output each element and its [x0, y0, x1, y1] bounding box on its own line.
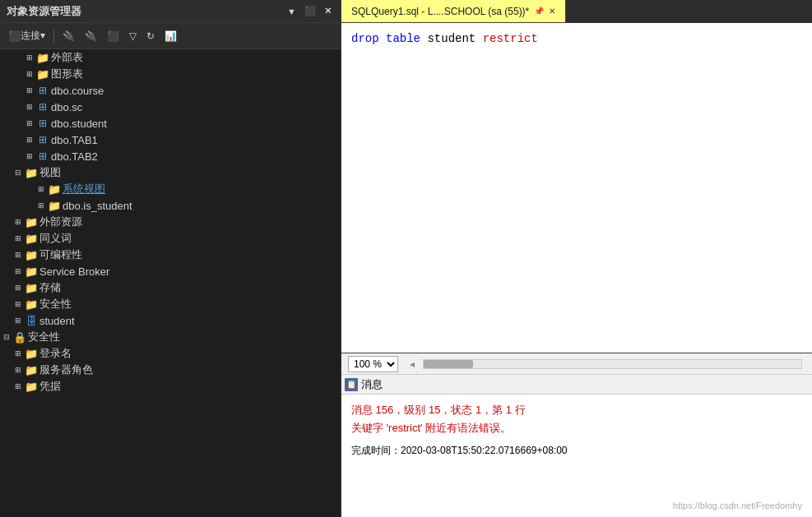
table-icon: ⊞ [36, 117, 49, 130]
tree-item-cun-chu[interactable]: ⊞ 📁 存储 [0, 279, 341, 296]
activity-button[interactable]: 📊 [161, 29, 180, 44]
connect-button[interactable]: ⬛ 连接▾ [5, 27, 49, 44]
tree-toggle[interactable]: ⊞ [23, 67, 36, 81]
folder-icon: 📁 [25, 215, 38, 228]
tree-toggle[interactable]: ⊞ [35, 199, 48, 212]
tab-close-icon[interactable]: ✕ [549, 7, 555, 16]
tree-toggle[interactable]: ⊞ [12, 314, 25, 327]
tree-item-dbo-course[interactable]: ⊞ ⊞ dbo.course [0, 82, 341, 99]
tree-item-dbo-tab1[interactable]: ⊞ ⊞ dbo.TAB1 [0, 132, 341, 148]
tree-item-wai-bu-biao[interactable]: ⊞ 📁 外部表 [0, 49, 341, 66]
tree-item-fu-wu-qi-jue-se[interactable]: ⊞ 📁 服务器角色 [0, 362, 341, 378]
tree-item-tu-xing-biao[interactable]: ⊞ 📁 图形表 [0, 66, 341, 82]
tree-toggle[interactable]: ⊞ [23, 84, 36, 97]
tree-label: 外部资源 [39, 215, 82, 229]
zoom-bar: 100 % 75 % 125 % 150 % ◂ [341, 353, 812, 375]
table-icon: ⊞ [36, 84, 49, 97]
folder-icon: 📁 [25, 380, 38, 393]
tree-toggle[interactable]: ⊞ [12, 281, 25, 294]
refresh-icon: ↻ [146, 30, 155, 42]
error-line-1: 消息 156，级别 15，状态 1，第 1 行 [351, 401, 802, 419]
query-editor[interactable]: drop table student restrict [341, 23, 812, 353]
tree-label: dbo.student [51, 118, 107, 130]
tree-item-tong-yi-ci[interactable]: ⊞ 📁 同义词 [0, 230, 341, 247]
plug-icon: 🔌 [63, 30, 75, 42]
tree-label: 凭据 [39, 379, 61, 394]
tree-item-dbo-sc[interactable]: ⊞ ⊞ dbo.sc [0, 99, 341, 115]
folder-icon: 📁 [25, 347, 38, 360]
message-tab-icon: 📋 [345, 378, 358, 391]
tree-toggle[interactable]: ⊞ [12, 232, 25, 245]
tree-toggle[interactable]: ⊞ [12, 248, 25, 261]
panel-title: 对象资源管理器 [7, 4, 81, 19]
completion-time: 完成时间：2020-03-08T15:50:22.0716669+08:00 [351, 444, 802, 458]
tree-item-an-quan-xing[interactable]: ⊞ 📁 安全性 [0, 296, 341, 312]
tree-label: 外部表 [51, 50, 83, 65]
close-icon[interactable]: ✕ [322, 5, 334, 17]
message-tab-bar: 📋 消息 [341, 375, 812, 395]
tree-label: dbo.TAB2 [51, 150, 98, 163]
message-tab-label[interactable]: 消息 [361, 377, 383, 392]
tree-toggle[interactable]: ⊞ [35, 182, 48, 196]
folder-icon: 📁 [36, 67, 49, 81]
folder-icon: 📁 [25, 265, 38, 278]
tree-label: 登录名 [39, 346, 72, 361]
tree-toggle[interactable]: ⊞ [12, 215, 25, 228]
tree-label: 可编程性 [39, 247, 82, 262]
tree-toggle[interactable]: ⊞ [23, 133, 36, 146]
horizontal-scrollbar[interactable] [423, 359, 802, 369]
tree-item-shi-tu[interactable]: ⊟ 📁 视图 [0, 164, 341, 181]
tree-label: dbo.sc [51, 101, 82, 113]
tree-item-xi-tong-shi-tu[interactable]: ⊞ 📁 系统视图 [0, 181, 341, 197]
keyword-drop: drop [351, 30, 379, 48]
tree-item-ke-bian-cheng[interactable]: ⊞ 📁 可编程性 [0, 247, 341, 263]
tree-label: 存储 [39, 280, 61, 295]
tree-toggle[interactable]: ⊞ [12, 363, 25, 376]
tree-item-an-quan-xing2[interactable]: ⊟ 🔒 安全性 [0, 329, 341, 345]
pin-icon[interactable]: 📌 [534, 7, 544, 16]
space [476, 30, 482, 48]
tree-item-wai-bu-zi-yuan[interactable]: ⊞ 📁 外部资源 [0, 214, 341, 230]
scroll-right-icon[interactable]: ◂ [410, 358, 415, 370]
main-layout: 对象资源管理器 ▼ ⬛ ✕ ⬛ 连接▾ 🔌 🔌 ⬛ ▽ [0, 0, 812, 517]
tree-toggle[interactable]: ⊞ [23, 117, 36, 130]
new-query-button[interactable]: 🔌 [59, 29, 78, 44]
tree-item-student-db[interactable]: ⊞ 🗄 student [0, 312, 341, 329]
tree-label: dbo.TAB1 [51, 134, 98, 146]
connect-icon: ⬛ [8, 30, 21, 42]
tree-toggle[interactable]: ⊞ [23, 150, 36, 163]
tree-item-deng-lu-ming[interactable]: ⊞ 📁 登录名 [0, 345, 341, 362]
left-panel: 对象资源管理器 ▼ ⬛ ✕ ⬛ 连接▾ 🔌 🔌 ⬛ ▽ [0, 0, 341, 517]
tree-item-ping-ju[interactable]: ⊞ 📁 凭据 [0, 378, 341, 395]
object-explorer-tree[interactable]: ⊞ 📁 外部表 ⊞ 📁 图形表 ⊞ ⊞ dbo.course ⊞ ⊞ dbo [0, 49, 341, 517]
tree-toggle[interactable]: ⊞ [23, 51, 36, 64]
tree-item-dbo-is-student[interactable]: ⊞ 📁 dbo.is_student [0, 197, 341, 214]
tree-toggle[interactable]: ⊞ [12, 380, 25, 393]
tree-toggle[interactable]: ⊞ [12, 347, 25, 360]
query-tab-bar: SQLQuery1.sql - L....SCHOOL (sa (55))* 📌… [341, 0, 812, 23]
tree-item-dbo-tab2[interactable]: ⊞ ⊞ dbo.TAB2 [0, 148, 341, 164]
tree-item-service-broker[interactable]: ⊞ 📁 Service Broker [0, 263, 341, 279]
horizontal-scrollbar-thumb[interactable] [424, 360, 473, 368]
folder-icon: 📁 [36, 51, 49, 64]
query-tab[interactable]: SQLQuery1.sql - L....SCHOOL (sa (55))* 📌… [341, 0, 566, 22]
tree-toggle[interactable]: ⊞ [12, 298, 25, 311]
view-icon: 📁 [48, 182, 61, 196]
tree-toggle[interactable]: ⊞ [23, 100, 36, 113]
tree-toggle[interactable]: ⊟ [0, 330, 13, 344]
refresh-button[interactable]: ↻ [143, 29, 158, 44]
disconnect-button[interactable]: 🔌 [81, 29, 100, 44]
tree-label: Service Broker [39, 265, 109, 278]
stop-button[interactable]: ⬛ [104, 29, 123, 44]
tree-toggle[interactable]: ⊟ [12, 166, 25, 179]
connect-label: 连接▾ [21, 29, 45, 43]
tab-label: SQLQuery1.sql - L....SCHOOL (sa (55))* [351, 6, 529, 17]
zoom-select[interactable]: 100 % 75 % 125 % 150 % [348, 356, 398, 372]
pin-icon[interactable]: ▼ [285, 6, 299, 17]
dock-icon[interactable]: ⬛ [302, 5, 318, 17]
folder-icon: 📁 [25, 363, 38, 376]
filter-button[interactable]: ▽ [126, 29, 140, 44]
tree-toggle[interactable]: ⊞ [12, 265, 25, 278]
keyword-restrict: restrict [483, 30, 540, 48]
tree-item-dbo-student[interactable]: ⊞ ⊞ dbo.student [0, 115, 341, 132]
